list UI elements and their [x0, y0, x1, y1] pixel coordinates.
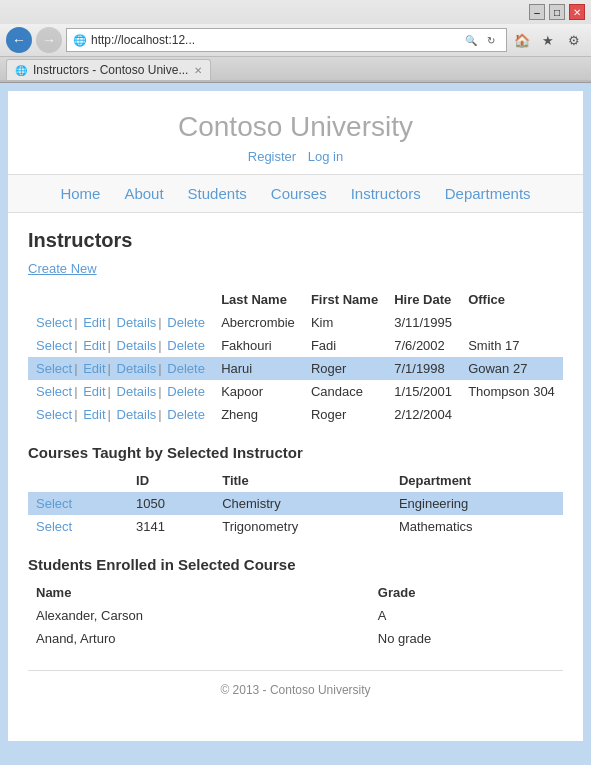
nav-home[interactable]: Home: [60, 185, 100, 202]
home-icon[interactable]: 🏠: [511, 29, 533, 51]
create-new-link[interactable]: Create New: [28, 261, 97, 276]
address-actions: 🔍 ↻: [462, 31, 500, 49]
settings-icon[interactable]: ⚙: [563, 29, 585, 51]
edit-link[interactable]: Edit: [83, 338, 105, 353]
office: [460, 403, 563, 426]
col-office: Office: [460, 288, 563, 311]
delete-link[interactable]: Delete: [167, 407, 205, 422]
edit-link[interactable]: Edit: [83, 361, 105, 376]
details-link[interactable]: Details: [117, 338, 157, 353]
select-link[interactable]: Select: [36, 361, 72, 376]
close-button[interactable]: ✕: [569, 4, 585, 20]
minimize-button[interactable]: –: [529, 4, 545, 20]
last-name: Abercrombie: [213, 311, 303, 334]
register-link[interactable]: Register: [248, 149, 296, 164]
active-tab[interactable]: 🌐 Instructors - Contoso Unive... ✕: [6, 59, 211, 80]
row-actions: Select| Edit| Details| Delete: [28, 357, 213, 380]
first-name: Roger: [303, 357, 386, 380]
first-name: Fadi: [303, 334, 386, 357]
row-actions: Select| Edit| Details| Delete: [28, 334, 213, 357]
hire-date: 7/6/2002: [386, 334, 460, 357]
edit-link[interactable]: Edit: [83, 384, 105, 399]
course-select-link[interactable]: Select: [36, 519, 72, 534]
col-title: Title: [214, 469, 391, 492]
courses-section: Courses Taught by Selected Instructor ID…: [28, 444, 563, 538]
select-link[interactable]: Select: [36, 407, 72, 422]
delete-link[interactable]: Delete: [167, 315, 205, 330]
address-icon: 🌐: [73, 34, 87, 47]
last-name: Harui: [213, 357, 303, 380]
office: Thompson 304: [460, 380, 563, 403]
select-link[interactable]: Select: [36, 384, 72, 399]
details-link[interactable]: Details: [117, 384, 157, 399]
courses-table-body: Select 1050 Chemistry Engineering Select…: [28, 492, 563, 538]
col-actions: [28, 288, 213, 311]
address-bar[interactable]: 🌐 http://localhost:12... 🔍 ↻: [66, 28, 507, 52]
nav-bar: ← → 🌐 http://localhost:12... 🔍 ↻ 🏠 ★ ⚙: [0, 24, 591, 57]
col-first-name: First Name: [303, 288, 386, 311]
table-row: Select| Edit| Details| Delete Harui Roge…: [28, 357, 563, 380]
site-header: Contoso University Register Log in: [8, 91, 583, 175]
instructors-table-head: Last Name First Name Hire Date Office: [28, 288, 563, 311]
title-bar: – □ ✕: [0, 0, 591, 24]
header-row: Last Name First Name Hire Date Office: [28, 288, 563, 311]
course-row: Select 3141 Trigonometry Mathematics: [28, 515, 563, 538]
student-name: Anand, Arturo: [28, 627, 370, 650]
tab-close-button[interactable]: ✕: [194, 65, 202, 76]
login-link[interactable]: Log in: [308, 149, 343, 164]
delete-link[interactable]: Delete: [167, 338, 205, 353]
delete-link[interactable]: Delete: [167, 384, 205, 399]
course-select-link[interactable]: Select: [36, 496, 72, 511]
col-hire-date: Hire Date: [386, 288, 460, 311]
site-title: Contoso University: [8, 111, 583, 143]
nav-icons: 🏠 ★ ⚙: [511, 29, 585, 51]
office: Smith 17: [460, 334, 563, 357]
hire-date: 3/11/1995: [386, 311, 460, 334]
refresh-btn[interactable]: ↻: [482, 31, 500, 49]
student-row: Anand, Arturo No grade: [28, 627, 563, 650]
nav-courses[interactable]: Courses: [271, 185, 327, 202]
students-section: Students Enrolled in Selected Course Nam…: [28, 556, 563, 650]
forward-button[interactable]: →: [36, 27, 62, 53]
students-table-head: Name Grade: [28, 581, 563, 604]
first-name: Candace: [303, 380, 386, 403]
hire-date: 7/1/1998: [386, 357, 460, 380]
course-department: Mathematics: [391, 515, 563, 538]
tab-bar: 🌐 Instructors - Contoso Unive... ✕: [0, 57, 591, 82]
last-name: Kapoor: [213, 380, 303, 403]
nav-departments[interactable]: Departments: [445, 185, 531, 202]
table-row: Select| Edit| Details| Delete Kapoor Can…: [28, 380, 563, 403]
last-name: Zheng: [213, 403, 303, 426]
course-select-action: Select: [28, 492, 128, 515]
back-button[interactable]: ←: [6, 27, 32, 53]
students-header-row: Name Grade: [28, 581, 563, 604]
row-actions: Select| Edit| Details| Delete: [28, 311, 213, 334]
nav-instructors[interactable]: Instructors: [351, 185, 421, 202]
details-link[interactable]: Details: [117, 315, 157, 330]
details-link[interactable]: Details: [117, 361, 157, 376]
col-id: ID: [128, 469, 214, 492]
nav-about[interactable]: About: [124, 185, 163, 202]
select-link[interactable]: Select: [36, 315, 72, 330]
details-link[interactable]: Details: [117, 407, 157, 422]
course-id: 1050: [128, 492, 214, 515]
office: Gowan 27: [460, 357, 563, 380]
edit-link[interactable]: Edit: [83, 407, 105, 422]
students-table-body: Alexander, Carson A Anand, Arturo No gra…: [28, 604, 563, 650]
last-name: Fakhouri: [213, 334, 303, 357]
nav-students[interactable]: Students: [188, 185, 247, 202]
col-last-name: Last Name: [213, 288, 303, 311]
hire-date: 2/12/2004: [386, 403, 460, 426]
search-addr-btn[interactable]: 🔍: [462, 31, 480, 49]
edit-link[interactable]: Edit: [83, 315, 105, 330]
first-name: Roger: [303, 403, 386, 426]
instructors-table: Last Name First Name Hire Date Office Se…: [28, 288, 563, 426]
select-link[interactable]: Select: [36, 338, 72, 353]
delete-link[interactable]: Delete: [167, 361, 205, 376]
maximize-button[interactable]: □: [549, 4, 565, 20]
table-row: Select| Edit| Details| Delete Abercrombi…: [28, 311, 563, 334]
first-name: Kim: [303, 311, 386, 334]
course-id: 3141: [128, 515, 214, 538]
favorites-icon[interactable]: ★: [537, 29, 559, 51]
col-department: Department: [391, 469, 563, 492]
